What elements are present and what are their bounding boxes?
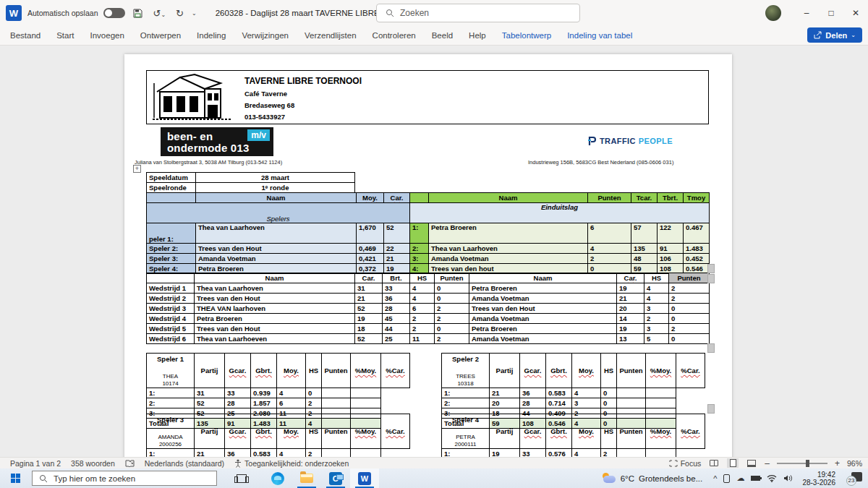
col-car: Car.: [355, 273, 383, 283]
start-button[interactable]: [0, 468, 32, 488]
clock[interactable]: 19:42 28-3-2026: [802, 471, 835, 487]
table-cell: 6: [588, 223, 631, 244]
meta-value: 1ᵉ ronde: [196, 183, 355, 193]
share-button[interactable]: Delen ⌄: [807, 27, 862, 43]
table-cell: 2: [588, 254, 631, 264]
document-page[interactable]: TAVERNE LIBRE TOERNOOI Café Taverne Bred…: [124, 54, 732, 457]
accessibility-status[interactable]: Toegankelijkheid: onderzoeken: [234, 459, 349, 468]
zoom-level[interactable]: 96%: [847, 459, 862, 468]
taskbar-search-input[interactable]: Typ hier om te zoeken: [32, 471, 217, 486]
language-selector[interactable]: Nederlands (standaard): [145, 459, 224, 468]
word-button[interactable]: W: [350, 468, 379, 488]
table-cell: 0.583: [546, 388, 572, 398]
table-cell: 0: [669, 334, 710, 344]
player-card-label: Speler 4PETRA2000111: [442, 414, 490, 449]
table-row: Wedstrijd 1Thea van Laarhoven313340Petra…: [147, 283, 710, 294]
tab-beeld[interactable]: Beeld: [432, 31, 453, 40]
volume-icon[interactable]: [783, 474, 793, 482]
tab-bestand[interactable]: Bestand: [10, 31, 41, 40]
table-cell: 31: [195, 388, 225, 398]
table-cell: Thea van Laarhoven: [429, 244, 588, 254]
word-count[interactable]: 358 woorden: [71, 459, 115, 468]
table-cell: 2: [435, 304, 469, 314]
table-move-handle-icon[interactable]: +: [133, 165, 141, 173]
read-mode-button[interactable]: [708, 458, 720, 468]
phone-link-icon[interactable]: [723, 474, 730, 483]
header-row: Speler 4PETRA2000111 Partij Gcar. Gbrt. …: [442, 414, 705, 449]
table-resize-handle[interactable]: [707, 264, 715, 273]
search-icon: [39, 474, 48, 483]
player-card-label: Speler 3AMANDA2000256: [147, 414, 195, 449]
onedrive-cloud-icon[interactable]: ☁: [736, 474, 744, 483]
undo-icon[interactable]: ↺⌄: [150, 8, 168, 19]
table-cell: 0: [669, 314, 710, 324]
wifi-icon[interactable]: [767, 474, 777, 482]
table-cell: 6: [410, 304, 435, 314]
col-moy: Moy.: [357, 193, 384, 203]
col-naam: Naam: [469, 273, 617, 283]
autosave-toggle[interactable]: [103, 8, 125, 18]
table-resize-handle[interactable]: [707, 343, 715, 353]
tab-ontwerpen[interactable]: Ontwerpen: [140, 31, 181, 40]
venue-phone: 013-5433927: [244, 113, 362, 121]
table-cell: 25: [383, 334, 410, 344]
table-row: 2:20280.71430: [442, 398, 705, 408]
table-row: Wedstrijd 5Trees van den Hout184420Petra…: [147, 324, 710, 334]
tab-tabelontwerp[interactable]: Tabelontwerp: [502, 31, 551, 40]
battery-icon[interactable]: [751, 476, 760, 481]
table-cell: 4: [410, 294, 435, 304]
zoom-in-button[interactable]: +: [835, 458, 840, 468]
word-app-icon[interactable]: W: [6, 5, 22, 21]
table-cell: 52: [195, 398, 225, 408]
table-cell: 14: [617, 314, 644, 324]
table-cell: [646, 398, 676, 408]
tab-controleren[interactable]: Controleren: [373, 31, 416, 40]
restore-button[interactable]: □: [819, 0, 843, 26]
print-layout-button[interactable]: [727, 458, 739, 468]
tab-verzendlijsten[interactable]: Verzendlijsten: [305, 31, 357, 40]
focus-mode-button[interactable]: Focus: [669, 459, 702, 468]
web-layout-button[interactable]: [746, 458, 757, 468]
edge-button[interactable]: [263, 468, 292, 488]
tab-verwijzingen[interactable]: Verwijzingen: [242, 31, 289, 40]
table-cell: 22: [384, 244, 410, 254]
col-punten: Punten: [669, 273, 710, 283]
table-resize-handle[interactable]: [707, 274, 715, 283]
table-cell: 3:: [410, 254, 429, 264]
outlook-button[interactable]: O: [321, 468, 350, 488]
tab-start[interactable]: Start: [56, 31, 74, 40]
redo-icon[interactable]: ↻: [174, 8, 186, 19]
table-cell: Trees van den Hout: [196, 244, 357, 254]
zoom-slider-thumb[interactable]: [806, 460, 809, 467]
tab-help[interactable]: Help: [469, 31, 486, 40]
zoom-slider[interactable]: [777, 463, 827, 464]
word-icon: W: [358, 472, 371, 485]
page-indicator[interactable]: Pagina 1 van 2: [10, 459, 61, 468]
notification-center-button[interactable]: 23: [846, 472, 862, 485]
table-cell: 0: [435, 283, 469, 294]
quick-access-overflow-icon[interactable]: ⌄: [192, 10, 197, 17]
table-cell: 0.576: [546, 449, 572, 458]
close-button[interactable]: ✕: [843, 0, 868, 26]
tab-indeling[interactable]: Indeling: [197, 31, 226, 40]
minimize-button[interactable]: –: [794, 0, 819, 26]
table-resize-handle[interactable]: [707, 404, 715, 414]
col-tcar: Tcar.: [631, 193, 658, 203]
time: 19:42: [802, 471, 835, 479]
table-cell: 1.483: [684, 244, 710, 254]
file-explorer-button[interactable]: [292, 468, 321, 488]
proofing-icon[interactable]: [125, 459, 135, 468]
chevron-up-icon[interactable]: ^: [713, 474, 717, 483]
tab-indeling-van-tabel[interactable]: Indeling van tabel: [567, 31, 632, 40]
save-icon[interactable]: [131, 9, 145, 18]
zoom-out-button[interactable]: –: [765, 458, 770, 468]
weather-widget[interactable]: 6°C Grotendeels be...: [602, 473, 703, 484]
tab-invoegen[interactable]: Invoegen: [90, 31, 124, 40]
avatar[interactable]: [765, 5, 781, 21]
table-cell: 0: [601, 398, 617, 408]
venue-street: Bredaseweg 68: [244, 101, 362, 109]
search-input[interactable]: Zoeken: [376, 4, 580, 22]
table-cell: 0.467: [684, 223, 710, 244]
task-view-button[interactable]: [227, 468, 256, 488]
col-tmoy: Tmoy: [684, 193, 710, 203]
